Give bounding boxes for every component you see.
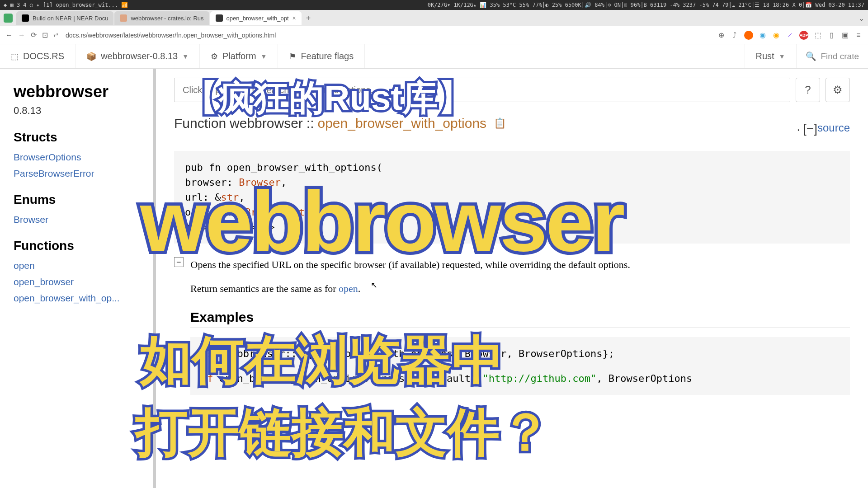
tab-docs-active[interactable]: open_browser_with_opt × [210,11,302,25]
kw: use [201,348,225,359]
reload-button[interactable]: ⟳ [31,31,37,39]
tab-icon [22,14,29,22]
find-crate-search[interactable]: 🔍 Find crate [797,51,868,61]
system-status-bar: ◆ ▦ 3 4 ○ ✦ [1] open_browser_wit... 📶 0K… [0,0,868,10]
docs-nav-bar: ⬚ DOCS.RS 📦 webbrowser-0.8.13 ▼ ⚙ Platfo… [0,44,868,69]
examples-heading: Examples [190,310,850,328]
app-icon[interactable] [4,14,13,23]
code-line: webbrowser::{open_browser_with_options, … [225,348,614,359]
extensions-icon[interactable]: ⬚ [814,31,822,39]
tab-label: webbrowser - crates.io: Rus [131,15,203,22]
sidebar-link[interactable]: BrowserOptions [14,152,140,163]
cube-icon: 📦 [86,52,96,61]
copy-icon[interactable]: 📋 [494,117,506,129]
search-icon: 🔍 [806,51,816,61]
code-line: browser: [185,177,239,188]
crate-version: 0.8.13 [14,105,140,117]
platform-label: Platform [222,51,256,61]
sidebar-link[interactable]: ParseBrowserError [14,168,140,179]
main-layout: webbrowser 0.8.13 StructsBrowserOptionsP… [0,69,868,488]
url-input[interactable]: docs.rs/webbrowser/latest/webbrowser/fn.… [64,30,712,41]
signature-code-block: pub fn open_browser_with_options( browse… [174,151,850,244]
collapse-toggle[interactable]: [−] [803,122,817,136]
feature-flags-link[interactable]: ⚑ Feature flags [278,44,365,68]
status-left: ◆ ▦ 3 4 ○ ✦ [1] open_browser_wit... 📶 [4,2,128,8]
tab-icon [120,14,127,22]
fn-keyword: Function [174,116,226,131]
kw: if [201,373,219,384]
menu-icon[interactable]: ≡ [854,31,863,39]
code-line: open_browser_with_options(Browser::Defau… [219,373,483,384]
dot: · [797,123,803,135]
url-bar-icons: ⊕ ⤴ ◉ ◉ ⟋ ABP ⬚ ▯ ▣ ≡ [717,31,863,40]
crate-link[interactable]: webbrowser [230,116,303,131]
help-button[interactable]: ? [796,78,820,102]
sidepanel-icon[interactable]: ▯ [827,31,835,39]
wallet-icon[interactable]: ▣ [841,31,849,39]
tab-near[interactable]: Build on NEAR | NEAR Docu [16,11,113,25]
flag-icon: ⚑ [289,52,296,61]
docs-home-label: DOCS.RS [23,51,64,61]
code-line: ) -> [185,221,215,233]
chevron-down-icon: ▼ [779,53,785,60]
sidebar-link[interactable]: open_browser [14,277,140,287]
brave-shield-icon[interactable] [744,31,753,40]
zoom-icon[interactable]: ⊕ [717,31,725,39]
sidebar-link[interactable]: open_browser_with_op... [14,293,140,304]
sidebar-heading: Functions [14,239,140,253]
tab-crates[interactable]: webbrowser - crates.io: Rus [114,11,209,25]
lang-label: Rust [756,51,774,61]
close-icon[interactable]: × [292,14,296,22]
code-line: <()> [251,221,275,233]
chevron-down-icon: ▼ [182,53,189,60]
lang-selector[interactable]: Rust ▼ [745,44,797,68]
sidebar-link[interactable]: open [14,260,140,271]
forward-button[interactable]: → [18,31,25,39]
description-text-2: Return semantics are the same as for ope… [190,281,850,296]
fn-name: open_browser_with_options [317,116,486,131]
example-code-block: use webbrowser::{open_browser_with_optio… [190,337,850,395]
desc-text: Return semantics are the same as for [190,283,339,294]
type-link[interactable]: str [221,192,239,203]
doc-search-input[interactable] [174,78,790,102]
docs-home-link[interactable]: ⬚ DOCS.RS [0,44,75,68]
sidebar-heading: Enums [14,192,140,207]
function-title: Function webbrowser::open_browser_with_o… [174,116,506,131]
toggle-button[interactable]: − [174,257,184,267]
sidebar-link[interactable]: Browser [14,214,140,225]
description-text: Opens the specified URL on the specific … [191,257,630,272]
source-link[interactable]: source [817,122,850,134]
platform-selector[interactable]: ⚙ Platform ▼ [200,44,278,68]
connection-icon[interactable]: ⇄ [53,32,58,38]
crate-title: webbrowser [14,82,140,101]
new-tab-button[interactable]: + [302,14,315,23]
share-icon[interactable]: ⤴ [731,31,739,39]
browser-tab-strip: Build on NEAR | NEAR Docu webbrowser - c… [0,10,868,26]
ext3-icon[interactable]: ⟋ [786,31,794,39]
code-line: pub fn open_browser_with_options( [185,160,839,175]
type-link[interactable]: BrowserOptions [245,206,328,218]
tabs-menu-icon[interactable]: ⌄ [859,14,864,23]
code-line: url: & [185,192,221,203]
back-button[interactable]: ← [5,31,13,39]
settings-button[interactable]: ⚙ [826,78,850,102]
tab-label: open_browser_with_opt [226,15,289,22]
type-link[interactable]: Browser [239,177,281,188]
url-bar: ← → ⟳ ⊡ ⇄ docs.rs/webbrowser/latest/webb… [0,26,868,44]
sidebar: webbrowser 0.8.13 StructsBrowserOptionsP… [0,69,156,488]
ext2-icon[interactable]: ◉ [772,31,780,39]
open-link[interactable]: open [339,283,358,294]
site-info-icon[interactable]: ⊡ [42,31,48,39]
abp-icon[interactable]: ABP [799,31,808,40]
ext1-icon[interactable]: ◉ [759,31,767,39]
crate-selector[interactable]: 📦 webbrowser-0.8.13 ▼ [75,44,200,68]
cube-icon: ⬚ [11,52,19,61]
type-link[interactable]: Result [215,221,250,233]
tab-label: Build on NEAR | NEAR Docu [33,15,108,22]
sidebar-heading: Structs [14,130,140,145]
features-label: Feature flags [301,51,354,61]
crate-label: webbrowser-0.8.13 [101,51,178,61]
status-right: 0K/27G▾ 1K/12G▴ 📊 35% 53°C 55% 77%|◐ 25%… [428,2,864,8]
content-area: ? ⚙ Function webbrowser::open_browser_wi… [156,69,868,488]
description-row: − Opens the specified URL on the specifi… [174,257,850,272]
